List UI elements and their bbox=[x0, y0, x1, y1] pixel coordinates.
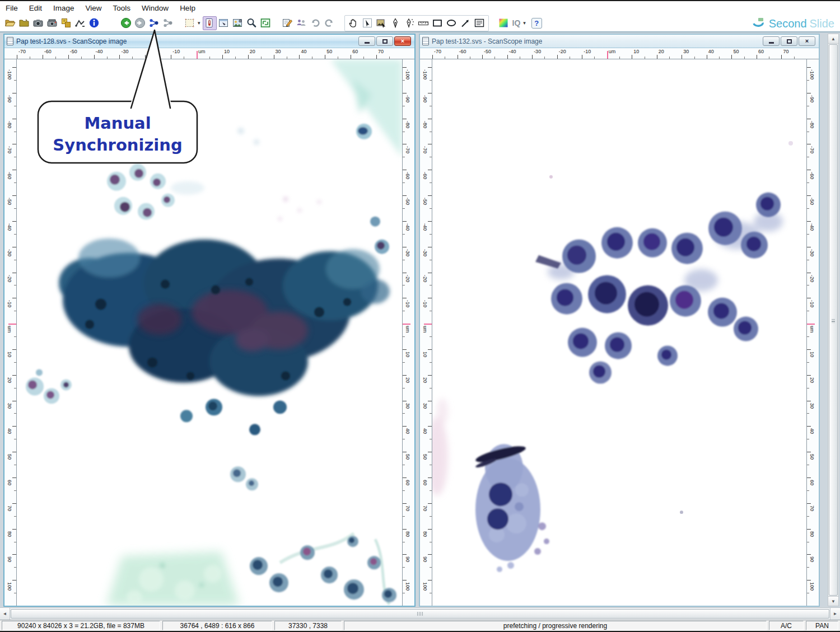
window-titlebar-left[interactable]: Pap test-128.svs - ScanScope image × bbox=[4, 35, 414, 48]
ruler-mark--70: -70 bbox=[807, 144, 819, 170]
ruler-mark--60: -60 bbox=[403, 170, 414, 195]
ruler-mark-90: 90 bbox=[420, 554, 432, 580]
rectangle-tool-button[interactable] bbox=[431, 16, 445, 30]
slide-tracker-button[interactable] bbox=[73, 16, 87, 30]
ruler-mark-70: 70 bbox=[781, 48, 806, 59]
ruler-mark--70: -70 bbox=[17, 48, 43, 59]
iq-caret[interactable]: ▾ bbox=[523, 20, 526, 26]
scroll-left-arrow[interactable]: ◄ bbox=[0, 608, 10, 620]
horizontal-scroll-thumb[interactable] bbox=[11, 609, 829, 619]
ruler-mark--10: -10 bbox=[4, 298, 16, 324]
ruler-mark--30: -30 bbox=[532, 48, 557, 59]
ruler-tool-button[interactable] bbox=[417, 16, 431, 30]
image-adjust-button[interactable] bbox=[231, 16, 245, 30]
back-button[interactable] bbox=[119, 16, 133, 30]
extract-regions-button[interactable] bbox=[59, 16, 73, 30]
freehand-tool-button[interactable] bbox=[403, 16, 417, 30]
ruler-mark--90: -90 bbox=[420, 93, 432, 119]
magnifier-window-button[interactable] bbox=[217, 16, 231, 30]
ellipse-tool-button[interactable] bbox=[445, 16, 459, 30]
secondslide-logo-icon bbox=[752, 17, 766, 31]
ruler-mark-50: 50 bbox=[807, 452, 819, 477]
ruler-mark-70: 70 bbox=[807, 503, 819, 529]
window-titlebar-right[interactable]: Pap test-132.svs - ScanScope image × bbox=[420, 35, 819, 48]
menu-help[interactable]: Help bbox=[179, 3, 201, 13]
ruler-mark--10: -10 bbox=[582, 48, 607, 59]
menu-file[interactable]: File bbox=[4, 3, 24, 13]
undo-button[interactable] bbox=[309, 16, 323, 30]
scroll-right-arrow[interactable]: ► bbox=[830, 608, 840, 620]
help-button[interactable]: ? bbox=[531, 18, 542, 29]
ruler-mark--80: -80 bbox=[420, 119, 432, 144]
text-tool-button[interactable] bbox=[473, 16, 487, 30]
iq-button[interactable]: IQ bbox=[511, 16, 522, 30]
ruler-mark--40: -40 bbox=[403, 221, 414, 247]
minimize-button[interactable] bbox=[763, 36, 780, 46]
horizontal-scrollbar[interactable]: ◄ ► bbox=[0, 607, 840, 620]
ruler-mark-20: 20 bbox=[657, 48, 682, 59]
scroll-down-arrow[interactable]: ▼ bbox=[828, 596, 838, 606]
redo-button[interactable] bbox=[323, 16, 337, 30]
viewer-window-right: Pap test-132.svs - ScanScope image × -70… bbox=[419, 34, 820, 607]
select-tool-button[interactable] bbox=[361, 16, 375, 30]
ruler-mark-um: um bbox=[607, 48, 632, 59]
close-button[interactable]: × bbox=[799, 36, 815, 46]
ruler-mark--10: -10 bbox=[171, 48, 197, 59]
zoomer-window-button[interactable] bbox=[259, 16, 273, 30]
ruler-mark--20: -20 bbox=[557, 48, 582, 59]
window-title: Pap test-132.svs - ScanScope image bbox=[432, 38, 542, 45]
ruler-mark-70: 70 bbox=[403, 503, 414, 529]
menu-window[interactable]: Window bbox=[141, 3, 174, 13]
ruler-mark-80: 80 bbox=[420, 529, 432, 555]
arrow-tool-button[interactable] bbox=[459, 16, 473, 30]
scroll-up-arrow[interactable]: ▲ bbox=[828, 34, 838, 44]
ruler-mark-20: 20 bbox=[420, 375, 432, 401]
ruler-mark--70: -70 bbox=[420, 144, 432, 170]
broadcast-button[interactable] bbox=[161, 16, 175, 30]
snapshot-button[interactable] bbox=[31, 16, 45, 30]
menu-image[interactable]: Image bbox=[52, 3, 80, 13]
conference-button[interactable] bbox=[295, 16, 309, 30]
ruler-mark-40: 40 bbox=[403, 426, 414, 452]
annotations-button[interactable] bbox=[281, 16, 295, 30]
ruler-mark-40: 40 bbox=[707, 48, 732, 59]
slide-image-pap-128[interactable] bbox=[17, 59, 402, 606]
vertical-scroll-thumb[interactable] bbox=[829, 44, 838, 596]
selection-mode-button[interactable] bbox=[183, 16, 197, 30]
ruler-mark-30: 30 bbox=[420, 401, 432, 427]
open-image-button[interactable] bbox=[3, 16, 17, 30]
forward-button[interactable] bbox=[133, 16, 147, 30]
vertical-scrollbar[interactable]: ▲ ▼ bbox=[828, 34, 839, 606]
pan-tool-button[interactable] bbox=[347, 16, 361, 30]
image-info-button[interactable] bbox=[87, 16, 101, 30]
menu-view[interactable]: View bbox=[85, 3, 108, 13]
minimize-button[interactable] bbox=[358, 36, 375, 46]
ruler-mark--80: -80 bbox=[4, 119, 16, 144]
color-palette-button[interactable] bbox=[497, 16, 511, 30]
file-tools bbox=[3, 16, 101, 30]
ruler-mark--30: -30 bbox=[119, 48, 145, 59]
ruler-mark--80: -80 bbox=[403, 119, 414, 144]
pen-tool-button[interactable] bbox=[389, 16, 403, 30]
status-image-dimensions: 90240 x 84026 x 3 = 21.2GB, file = 837MB bbox=[2, 621, 160, 630]
ruler-mark-30: 30 bbox=[274, 48, 300, 59]
status-cursor-position: 37330 , 7338 bbox=[274, 621, 342, 630]
extract-image-button[interactable] bbox=[375, 16, 389, 30]
zoom-button[interactable] bbox=[245, 16, 259, 30]
ruler-mark-50: 50 bbox=[4, 452, 16, 477]
menu-edit[interactable]: Edit bbox=[28, 3, 48, 13]
menu-tools[interactable]: Tools bbox=[112, 3, 137, 13]
slide-image-pap-132[interactable] bbox=[432, 59, 806, 606]
thumbnail-pane-button[interactable] bbox=[203, 16, 217, 30]
close-button[interactable]: × bbox=[394, 36, 411, 46]
ruler-mark--100: -100 bbox=[403, 67, 414, 93]
ruler-mark--100: -100 bbox=[4, 67, 16, 93]
camera-capture-button[interactable] bbox=[45, 16, 59, 30]
open-folder-button[interactable] bbox=[17, 16, 31, 30]
restore-button[interactable] bbox=[376, 36, 393, 46]
selection-mode-caret[interactable]: ▾ bbox=[198, 20, 200, 26]
restore-button[interactable] bbox=[781, 36, 797, 46]
ruler-mark-50: 50 bbox=[325, 48, 351, 59]
vertical-ruler-right: -100-90-80-70-60-50-40-30-20-10um1020304… bbox=[806, 59, 819, 606]
sync-button[interactable] bbox=[147, 16, 161, 30]
